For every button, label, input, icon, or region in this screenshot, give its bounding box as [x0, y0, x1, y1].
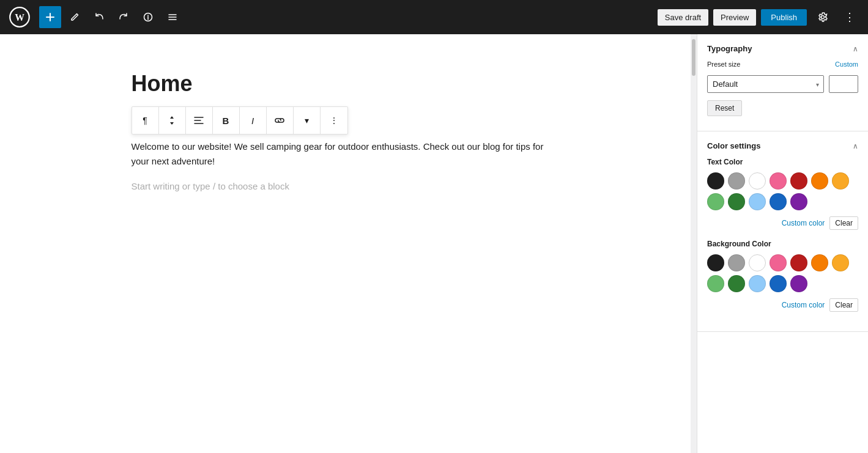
text-custom-color-button[interactable]: Custom color	[782, 219, 825, 227]
text-color-swatch-pink[interactable]	[770, 172, 787, 190]
svg-text:W: W	[15, 12, 24, 23]
preset-size-label: Preset size	[707, 61, 740, 68]
italic-button[interactable]: I	[240, 107, 267, 134]
typography-chevron-icon: ∧	[853, 45, 858, 53]
text-color-swatch-purple[interactable]	[790, 193, 807, 210]
settings-button[interactable]	[812, 6, 834, 28]
bg-color-swatch-light-green[interactable]	[707, 275, 724, 292]
text-clear-button[interactable]: Clear	[829, 216, 858, 230]
text-color-swatch-green[interactable]	[728, 193, 745, 210]
bg-color-swatch-dark-red[interactable]	[790, 254, 807, 271]
text-color-label: Text Color	[707, 158, 858, 166]
bg-custom-color-button[interactable]: Custom color	[782, 301, 825, 309]
bg-color-swatch-pink[interactable]	[770, 254, 787, 271]
preset-select-wrapper: Default ▾	[707, 75, 824, 93]
bg-color-swatch-light-blue[interactable]	[749, 275, 766, 292]
background-color-label: Background Color	[707, 240, 858, 248]
paragraph-text: Welcome to our website! We sell camping …	[132, 139, 560, 169]
main-layout: Home ¶ B I	[0, 34, 868, 453]
redo-button[interactable]	[113, 6, 135, 28]
block-toolbar: ¶ B I ▾ ⋮	[132, 106, 348, 134]
publish-button[interactable]: Publish	[761, 9, 807, 26]
text-color-swatch-dark-red[interactable]	[790, 172, 807, 190]
preset-size-row: Preset size Custom	[707, 61, 858, 68]
more-options-button[interactable]: ⋮	[839, 6, 861, 28]
save-draft-button[interactable]: Save draft	[658, 9, 708, 26]
bg-color-swatch-purple[interactable]	[790, 275, 807, 292]
color-settings-header[interactable]: Color settings ∧	[697, 131, 868, 158]
scrollbar-thumb[interactable]	[692, 39, 696, 76]
top-bar-right: Save draft Preview Publish ⋮	[658, 6, 861, 28]
bg-color-swatch-orange[interactable]	[811, 254, 828, 271]
text-color-grid	[707, 172, 858, 210]
info-button[interactable]	[137, 6, 159, 28]
scrollbar-track[interactable]	[691, 34, 697, 453]
text-color-swatch-light-blue[interactable]	[749, 193, 766, 210]
text-color-swatch-yellow[interactable]	[832, 172, 849, 190]
bg-color-swatch-gray[interactable]	[728, 254, 745, 271]
color-settings-title: Color settings	[707, 141, 760, 150]
placeholder-text[interactable]: Start writing or type / to choose a bloc…	[132, 181, 560, 191]
color-settings-content: Text Color Custom color Clear Background…	[697, 158, 868, 331]
undo-button[interactable]	[88, 6, 110, 28]
block-options-button[interactable]: ⋮	[321, 107, 347, 134]
background-color-actions: Custom color Clear	[707, 298, 858, 312]
editor-content: Home ¶ B I	[132, 71, 560, 191]
text-color-swatch-light-green[interactable]	[707, 193, 724, 210]
bg-color-swatch-yellow[interactable]	[832, 254, 849, 271]
bg-clear-button[interactable]: Clear	[829, 298, 858, 312]
preview-button[interactable]: Preview	[713, 9, 756, 26]
move-up-down-button[interactable]	[159, 107, 186, 134]
bg-color-swatch-white[interactable]	[749, 254, 766, 271]
color-settings-section: Color settings ∧ Text Color Custom color…	[697, 131, 868, 332]
typography-section-content: Preset size Custom Default ▾ Reset	[697, 61, 868, 131]
more-rich-text-button[interactable]: ▾	[294, 107, 321, 134]
right-sidebar: Typography ∧ Preset size Custom Default …	[697, 34, 868, 453]
bg-color-swatch-green[interactable]	[728, 275, 745, 292]
add-block-button[interactable]	[39, 6, 61, 28]
link-button[interactable]	[267, 107, 294, 134]
preset-size-select[interactable]: Default	[707, 75, 824, 93]
typography-section: Typography ∧ Preset size Custom Default …	[697, 34, 868, 131]
bg-color-swatch-blue[interactable]	[770, 275, 787, 292]
text-color-swatch-white[interactable]	[749, 172, 766, 190]
list-view-button[interactable]	[161, 6, 184, 28]
typography-section-title: Typography	[707, 44, 752, 53]
bold-button[interactable]: B	[213, 107, 240, 134]
page-title[interactable]: Home	[132, 71, 560, 97]
text-color-actions: Custom color Clear	[707, 216, 858, 230]
wp-logo: W	[7, 5, 32, 29]
text-color-swatch-orange[interactable]	[811, 172, 828, 190]
text-color-swatch-gray[interactable]	[728, 172, 745, 190]
top-toolbar: W Save draft Preview Publ	[0, 0, 868, 34]
align-button[interactable]	[186, 107, 213, 134]
editor-area[interactable]: Home ¶ B I	[0, 34, 691, 453]
color-settings-chevron-icon: ∧	[853, 142, 858, 150]
typography-section-header[interactable]: Typography ∧	[697, 34, 868, 61]
background-color-grid	[707, 254, 858, 292]
paragraph-icon-button[interactable]: ¶	[132, 107, 159, 134]
edit-pen-button[interactable]	[64, 6, 86, 28]
text-color-swatch-black[interactable]	[707, 172, 724, 190]
custom-size-input[interactable]	[829, 75, 858, 93]
custom-label: Custom	[835, 61, 858, 68]
reset-button[interactable]: Reset	[707, 100, 742, 116]
text-color-swatch-blue[interactable]	[770, 193, 787, 210]
bg-color-swatch-black[interactable]	[707, 254, 724, 271]
